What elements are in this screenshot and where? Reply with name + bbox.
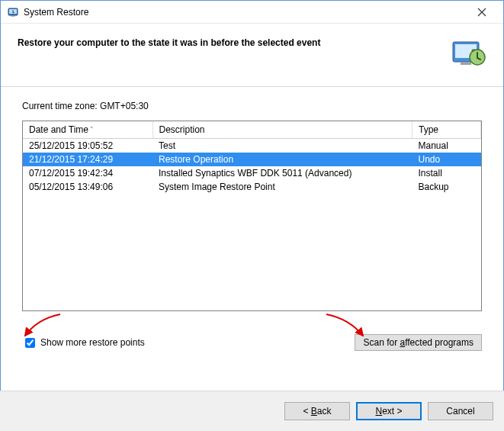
table-cell: 25/12/2015 19:05:52 — [23, 139, 152, 153]
column-header-type[interactable]: Type — [413, 121, 481, 139]
table-cell: 07/12/2015 19:42:34 — [23, 166, 152, 180]
table-cell: 21/12/2015 17:24:29 — [23, 153, 152, 166]
back-button[interactable]: < Back — [284, 402, 350, 420]
close-button[interactable] — [467, 2, 497, 23]
restore-points-table[interactable]: Date and Time˅ Description Type 25/12/20… — [22, 121, 482, 311]
show-more-checkbox[interactable] — [25, 338, 35, 348]
column-header-date-label: Date and Time — [29, 124, 88, 135]
timezone-label: Current time zone: GMT+05:30 — [22, 101, 482, 111]
cancel-button[interactable]: Cancel — [428, 402, 493, 420]
restore-hero-icon — [450, 34, 486, 71]
table-cell: Backup — [413, 180, 481, 194]
table-cell: Undo — [413, 153, 481, 166]
svg-rect-5 — [461, 62, 471, 65]
wizard-footer: < Back Next > Cancel — [0, 391, 504, 431]
wizard-header: Restore your computer to the state it wa… — [1, 24, 503, 87]
show-more-label: Show more restore points — [40, 337, 145, 348]
column-header-date[interactable]: Date and Time˅ — [23, 121, 152, 139]
table-cell: Installed Synaptics WBF DDK 5011 (Advanc… — [152, 166, 413, 180]
page-heading: Restore your computer to the state it wa… — [18, 34, 450, 48]
table-row[interactable]: 21/12/2015 17:24:29Restore OperationUndo — [23, 153, 481, 166]
svg-rect-2 — [11, 15, 15, 17]
table-row[interactable]: 05/12/2015 13:49:06System Image Restore … — [23, 180, 481, 194]
titlebar: System Restore — [1, 1, 503, 24]
scan-affected-button[interactable]: Scan for affected programs — [355, 334, 482, 351]
table-row[interactable]: 25/12/2015 19:05:52TestManual — [23, 139, 481, 153]
table-cell: 05/12/2015 13:49:06 — [23, 180, 152, 194]
table-cell: System Image Restore Point — [152, 180, 413, 194]
table-row[interactable]: 07/12/2015 19:42:34Installed Synaptics W… — [23, 166, 481, 180]
table-cell: Install — [413, 166, 481, 180]
show-more-checkbox-row[interactable]: Show more restore points — [22, 336, 145, 350]
next-button[interactable]: Next > — [356, 402, 422, 420]
window-title: System Restore — [24, 7, 467, 18]
table-cell: Test — [152, 139, 413, 153]
content-area: Current time zone: GMT+05:30 Date and Ti… — [1, 87, 503, 359]
column-header-description[interactable]: Description — [152, 121, 413, 139]
system-restore-icon — [7, 6, 19, 18]
table-cell: Manual — [413, 139, 481, 153]
table-cell: Restore Operation — [152, 153, 413, 166]
sort-indicator-icon: ˅ — [90, 126, 94, 133]
